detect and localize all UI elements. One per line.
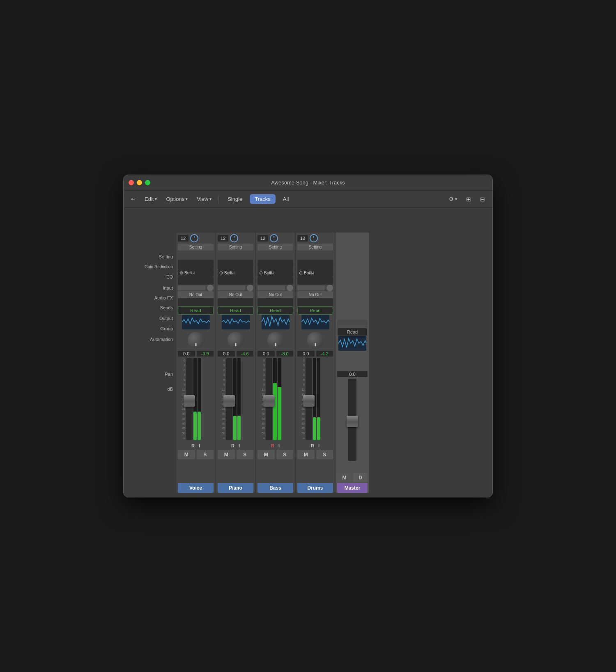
split-view-button[interactable]: ⊟ <box>477 194 488 204</box>
record-drums[interactable]: R <box>310 443 315 449</box>
sends-bass <box>257 285 293 291</box>
ri-drums: R I <box>297 443 333 449</box>
gear-button[interactable]: ⚙ ▾ <box>446 194 460 204</box>
main-window: Awesome Song - Mixer: Tracks ↩ Edit ▾ Op… <box>123 175 493 497</box>
db-drums: 0.0 -4.2 <box>297 351 333 357</box>
setting-btn-voice[interactable]: Setting <box>178 244 214 251</box>
plugin-num-voice: 12 <box>178 235 188 242</box>
input-monitor-bass[interactable]: I <box>277 443 281 449</box>
solo-bass[interactable]: S <box>276 450 294 459</box>
track-drums: 12 Setting ⊕ Built-i No Out Read <box>296 232 335 493</box>
mixer-container: Setting Gain Reduction EQ Input Audio FX… <box>124 232 492 497</box>
options-menu[interactable]: Options ▾ <box>163 194 191 204</box>
track-master: Read 0.0 <box>336 232 369 493</box>
auto-voice[interactable]: Read <box>178 306 214 315</box>
setting-btn-bass[interactable]: Setting <box>257 244 293 251</box>
eq-piano <box>218 260 253 269</box>
fader-area-bass: 63036 912151821 2430354045 50∞ <box>257 358 293 440</box>
labels-column: Setting Gain Reduction EQ Input Audio FX… <box>128 232 176 493</box>
auto-bass[interactable]: Read <box>257 306 293 315</box>
window-title: Awesome Song - Mixer: Tracks <box>271 180 345 186</box>
input-monitor-voice[interactable]: I <box>198 443 201 449</box>
grid-view-button[interactable]: ⊞ <box>463 194 474 204</box>
fader-drums[interactable] <box>306 358 312 440</box>
ms-drums: M S <box>297 450 333 459</box>
output-voice[interactable]: No Out <box>178 291 214 298</box>
waveform-bass <box>262 315 290 329</box>
mute-piano[interactable]: M <box>218 450 235 459</box>
view-menu[interactable]: View ▾ <box>193 194 215 204</box>
track-piano: 12 Setting ⊕ Built-i No Out Read <box>216 232 255 493</box>
label-input: Input <box>128 283 176 293</box>
plugin-knob-voice[interactable] <box>190 234 198 242</box>
mute-drums[interactable]: M <box>297 450 315 459</box>
ms-voice: M S <box>178 450 214 459</box>
meter-r-voice <box>198 358 201 440</box>
plugin-strip-voice: 12 <box>178 234 214 242</box>
pan-drums[interactable] <box>307 332 324 348</box>
solo-voice[interactable]: S <box>197 450 214 459</box>
mute-bass[interactable]: M <box>257 450 275 459</box>
back-button[interactable]: ↩ <box>128 194 139 204</box>
record-piano[interactable]: R <box>230 443 236 449</box>
fx-voice <box>178 276 214 285</box>
label-eq: EQ <box>128 271 176 283</box>
pan-piano[interactable] <box>228 332 244 348</box>
label-output: Output <box>128 313 176 324</box>
plugin-knob-drums[interactable] <box>310 234 318 242</box>
fader-area-drums: 63036 912151821 2430354045 50∞ <box>297 358 333 440</box>
pan-bass[interactable] <box>267 332 284 348</box>
input-monitor-drums[interactable]: I <box>317 443 321 449</box>
pan-voice[interactable] <box>188 332 204 348</box>
solo-drums[interactable]: S <box>316 450 333 459</box>
setting-btn-piano[interactable]: Setting <box>218 244 253 251</box>
fullscreen-button[interactable] <box>145 180 150 185</box>
track-name-drums[interactable]: Drums <box>297 483 333 493</box>
db-bass: 0.0 -8.0 <box>257 351 293 357</box>
track-name-voice[interactable]: Voice <box>178 483 214 493</box>
traffic-lights <box>129 180 150 185</box>
output-drums[interactable]: No Out <box>297 291 333 298</box>
setting-btn-drums[interactable]: Setting <box>297 244 333 251</box>
db-piano: 0.0 -4.6 <box>218 351 253 357</box>
auto-piano[interactable]: Read <box>218 306 253 315</box>
fader-area-piano: 63036 912151821 2430354045 50∞ <box>218 358 253 440</box>
auto-drums[interactable]: Read <box>297 306 333 315</box>
group-voice <box>178 298 214 306</box>
titlebar: Awesome Song - Mixer: Tracks <box>124 175 492 191</box>
record-voice[interactable]: R <box>190 443 196 449</box>
input-monitor-piano[interactable]: I <box>237 443 241 449</box>
mute-master[interactable]: M <box>337 473 352 482</box>
input-voice: ⊕ Built-i <box>178 269 214 276</box>
tab-all[interactable]: All <box>278 194 294 204</box>
tab-single[interactable]: Single <box>223 194 247 204</box>
ms-piano: M S <box>218 450 253 459</box>
auto-master[interactable]: Read <box>337 328 368 336</box>
group-bass <box>257 298 293 306</box>
plugin-knob-piano[interactable] <box>230 234 238 242</box>
fader-master[interactable] <box>348 379 356 461</box>
label-gain-reduction: Gain Reduction <box>128 262 176 271</box>
mute-voice[interactable]: M <box>178 450 195 459</box>
plugin-strip-piano: 12 <box>218 234 253 242</box>
track-name-piano[interactable]: Piano <box>218 483 253 493</box>
eq-bass <box>257 260 293 269</box>
edit-menu[interactable]: Edit ▾ <box>141 194 160 204</box>
dim-master[interactable]: D <box>353 473 368 482</box>
minimize-button[interactable] <box>137 180 142 185</box>
track-name-bass[interactable]: Bass <box>257 483 293 493</box>
output-bass[interactable]: No Out <box>257 291 293 298</box>
close-button[interactable] <box>129 180 134 185</box>
plugin-strip-drums: 12 <box>297 234 333 242</box>
toolbar: ↩ Edit ▾ Options ▾ View ▾ Single Tracks … <box>124 191 492 208</box>
track-name-master[interactable]: Master <box>337 483 368 493</box>
fader-piano[interactable] <box>226 358 232 440</box>
fader-voice[interactable] <box>186 358 193 440</box>
plugin-knob-bass[interactable] <box>270 234 278 242</box>
output-piano[interactable]: No Out <box>218 291 253 298</box>
record-bass[interactable]: R <box>270 443 276 449</box>
tab-tracks[interactable]: Tracks <box>250 194 276 204</box>
fader-bass[interactable] <box>266 358 272 440</box>
waveform-master <box>338 336 366 351</box>
solo-piano[interactable]: S <box>237 450 254 459</box>
